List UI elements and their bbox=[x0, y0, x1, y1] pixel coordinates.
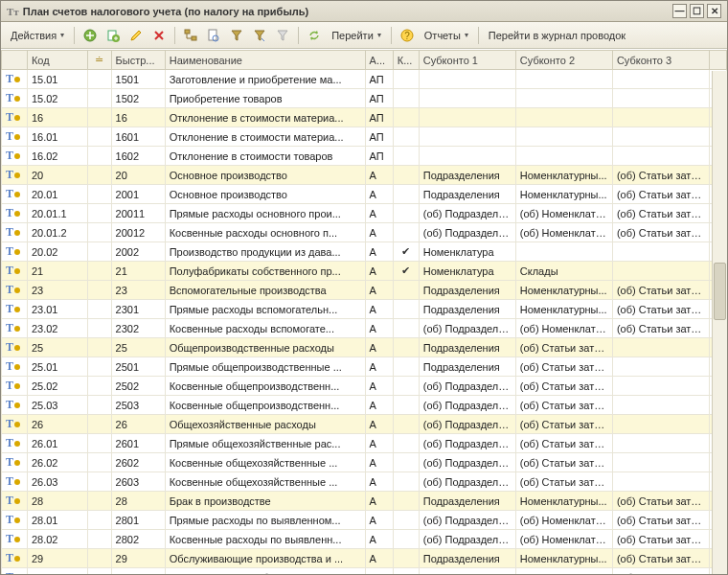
row-icon-cell: Т bbox=[2, 396, 28, 415]
add-button[interactable] bbox=[80, 26, 100, 45]
sub3-cell bbox=[612, 357, 709, 377]
table-row[interactable]: Т20.01.120011Прямые расходы основного пр… bbox=[2, 204, 727, 223]
table-row[interactable]: Т23.012301Прямые расходы вспомогательн..… bbox=[2, 300, 727, 319]
table-row[interactable]: Т16.011601Отклонение в стоимости материа… bbox=[2, 127, 727, 147]
row-icon-cell: Т bbox=[2, 70, 28, 89]
sub3-cell bbox=[612, 338, 709, 357]
find-button[interactable] bbox=[204, 26, 223, 45]
table-row[interactable]: Т2020Основное производствоАПодразделения… bbox=[2, 166, 727, 185]
row-icon-cell: Т bbox=[2, 338, 28, 357]
sub1-cell bbox=[419, 89, 515, 108]
maximize-button[interactable]: ☐ bbox=[690, 4, 704, 18]
copy-plus-icon bbox=[106, 29, 120, 42]
sub2-cell: Номенклатурны... bbox=[515, 281, 612, 300]
table-row[interactable]: Т28.022802Косвенные расходы по выявленн.… bbox=[2, 530, 727, 549]
table-row[interactable]: Т26.032603Косвенные общехозяйственные ..… bbox=[2, 472, 727, 492]
scroll-thumb[interactable] bbox=[714, 263, 726, 320]
sort-cell bbox=[87, 415, 111, 434]
table-row[interactable]: Т15.021502Приобретение товаровАП bbox=[2, 89, 727, 108]
sub1-cell: Подразделения bbox=[419, 338, 515, 357]
table-row[interactable]: Т2626Общехозяйственные расходыА(об) Подр… bbox=[2, 415, 727, 434]
fast-cell: 2802 bbox=[111, 530, 165, 549]
minimize-button[interactable]: — bbox=[672, 4, 687, 18]
col-sort-header[interactable]: ≐ bbox=[87, 51, 111, 70]
code-cell: 28.01 bbox=[27, 511, 87, 530]
filter2-button[interactable] bbox=[250, 26, 269, 45]
svg-rect-3 bbox=[185, 30, 190, 34]
table-row[interactable]: Т20.012001Основное производствоАПодразде… bbox=[2, 185, 727, 204]
close-button[interactable]: ✕ bbox=[707, 4, 721, 18]
sub1-cell: (об) Подразделе... bbox=[419, 453, 515, 472]
code-cell: 21 bbox=[27, 262, 87, 281]
help-button[interactable]: ? bbox=[398, 26, 417, 45]
app-icon: Tт bbox=[7, 6, 19, 17]
actions-label: Действия bbox=[11, 30, 57, 41]
table-row[interactable]: Т28.012801Прямые расходы по выявленном..… bbox=[2, 511, 727, 530]
table-row[interactable]: Т20.01.220012Косвенные расходы основного… bbox=[2, 223, 727, 242]
table-row[interactable]: Т2828Брак в производствеАПодразделенияНо… bbox=[2, 492, 727, 511]
table-row[interactable]: Т2525Общепроизводственные расходыАПодраз… bbox=[2, 338, 727, 357]
table-row[interactable]: Т15.011501Заготовление и приобретение ма… bbox=[2, 70, 727, 89]
code-cell: 23.02 bbox=[27, 319, 87, 338]
edit-button[interactable] bbox=[126, 26, 146, 45]
reports-menu[interactable]: Отчеты ▾ bbox=[421, 30, 472, 41]
sub3-cell: (об) Статьи затрат bbox=[612, 166, 709, 185]
col-a-header[interactable]: А... bbox=[365, 51, 393, 70]
table-row[interactable]: Т20.022002Производство продукции из дава… bbox=[2, 242, 727, 262]
col-icon-header[interactable] bbox=[2, 51, 28, 70]
fast-cell: 2801 bbox=[111, 511, 165, 530]
col-sub3-header[interactable]: Субконто 3 bbox=[612, 51, 709, 70]
k-cell bbox=[393, 492, 419, 511]
col-sub1-header[interactable]: Субконто 1 bbox=[419, 51, 515, 70]
code-cell: 23.01 bbox=[27, 300, 87, 319]
code-cell: 28.02 bbox=[27, 530, 87, 549]
table-row[interactable]: Т2121Полуфабрикаты собственного пр...А✔Н… bbox=[2, 262, 727, 281]
account-icon: Т bbox=[6, 72, 13, 85]
sub3-cell: (об) Статьи затрат bbox=[612, 530, 709, 549]
filter1-button[interactable] bbox=[227, 26, 246, 45]
accounts-grid[interactable]: Код ≐ Быстр... Наименование А... К... Су… bbox=[1, 49, 727, 574]
status-dot-icon bbox=[14, 134, 20, 140]
col-code-header[interactable]: Код bbox=[27, 51, 87, 70]
code-cell: 25.01 bbox=[27, 357, 87, 377]
col-scroll-header bbox=[709, 51, 726, 70]
fast-cell: 26 bbox=[111, 415, 165, 434]
hierarchy-button[interactable] bbox=[181, 26, 200, 45]
sub1-cell: Подразделения bbox=[419, 549, 515, 568]
fast-cell: 20011 bbox=[111, 204, 165, 223]
table-row[interactable]: Т25.022502Косвенные общепроизводственн..… bbox=[2, 377, 727, 396]
delete-button[interactable] bbox=[149, 26, 169, 45]
table-row[interactable]: Т29.012901Прямые расходы обслуживающих..… bbox=[2, 568, 727, 575]
add-copy-button[interactable] bbox=[103, 26, 123, 45]
a-cell: А bbox=[365, 242, 393, 262]
filter-off-button[interactable] bbox=[273, 26, 292, 45]
goto-menu[interactable]: Перейти ▾ bbox=[328, 30, 385, 41]
col-k-header[interactable]: К... bbox=[393, 51, 419, 70]
table-row[interactable]: Т1616Отклонение в стоимости материа...АП bbox=[2, 108, 727, 127]
a-cell: А bbox=[365, 396, 393, 415]
sort-cell bbox=[87, 357, 111, 377]
table-row[interactable]: Т16.021602Отклонение в стоимости товаров… bbox=[2, 147, 727, 166]
table-row[interactable]: Т23.022302Косвенные расходы вспомогате..… bbox=[2, 319, 727, 338]
fast-cell: 20012 bbox=[111, 223, 165, 242]
name-cell: Обслуживающие производства и ... bbox=[165, 549, 365, 568]
table-row[interactable]: Т2323Вспомогательные производстваАПодраз… bbox=[2, 281, 727, 300]
table-row[interactable]: Т26.022602Косвенные общехозяйственные ..… bbox=[2, 453, 727, 472]
vertical-scrollbar[interactable] bbox=[712, 71, 727, 574]
table-row[interactable]: Т25.032503Косвенные общепроизводственн..… bbox=[2, 396, 727, 415]
a-cell: А bbox=[365, 300, 393, 319]
table-row[interactable]: Т26.012601Прямые общехозяйственные рас..… bbox=[2, 434, 727, 453]
actions-menu[interactable]: Действия ▾ bbox=[7, 30, 68, 41]
col-name-header[interactable]: Наименование bbox=[165, 51, 365, 70]
fast-cell: 29 bbox=[111, 549, 165, 568]
a-cell: АП bbox=[365, 108, 393, 127]
refresh-button[interactable] bbox=[305, 26, 324, 45]
status-dot-icon bbox=[14, 326, 20, 332]
journal-link[interactable]: Перейти в журнал проводок bbox=[485, 30, 629, 41]
sort-cell bbox=[87, 262, 111, 281]
table-row[interactable]: Т25.012501Прямые общепроизводственные ..… bbox=[2, 357, 727, 377]
sub1-cell: Номенклатура bbox=[419, 242, 515, 262]
col-sub2-header[interactable]: Субконто 2 bbox=[515, 51, 612, 70]
table-row[interactable]: Т2929Обслуживающие производства и ...АПо… bbox=[2, 549, 727, 568]
col-fast-header[interactable]: Быстр... bbox=[111, 51, 165, 70]
